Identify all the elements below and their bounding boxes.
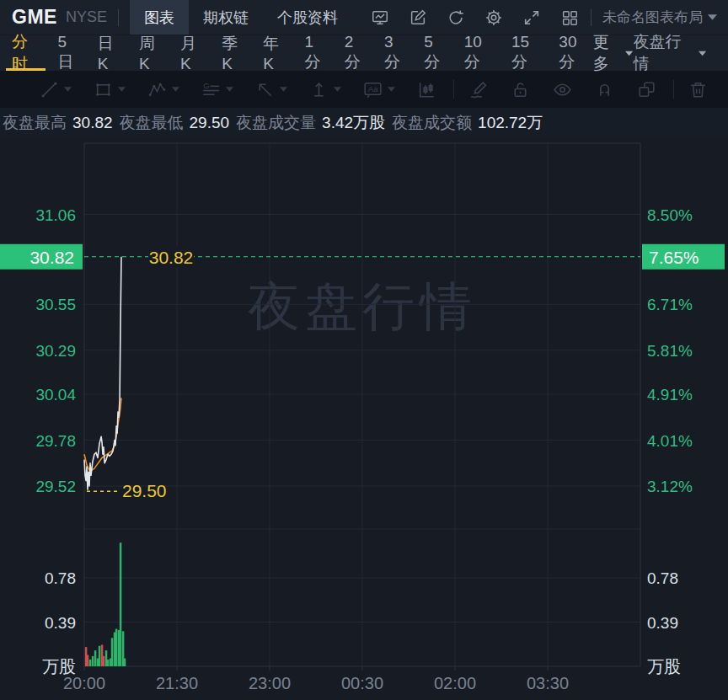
volume-bar (103, 656, 105, 666)
stat-low-label: 夜盘最低 (120, 112, 184, 134)
exchange-label: NYSE (66, 8, 107, 26)
chevron-down-icon (699, 51, 706, 56)
volume-axis-label-left: 0.78 (45, 569, 76, 587)
layout-grid-icon[interactable] (559, 8, 580, 28)
chart-layout-name: 未命名图表布局 (602, 8, 703, 27)
volume-bar (120, 542, 122, 666)
top-nav-bar: GME NYSE 图表 期权链 个股资料 (0, 0, 728, 35)
stat-turnover-value: 102.72万 (478, 112, 543, 134)
timeframe-more-dropdown[interactable]: 更多 (593, 31, 634, 75)
percent-axis-label: 4.91% (647, 386, 693, 403)
current-price-badge-text: 30.82 (29, 248, 74, 267)
unlock-icon[interactable] (510, 79, 531, 100)
chart-monitor-icon[interactable] (370, 8, 390, 28)
visibility-eye-icon[interactable] (552, 79, 573, 100)
night-session-chart[interactable]: 夜盘行情20:0021:3023:0000:3002:0003:3031.068… (0, 137, 728, 700)
volume-bar (124, 659, 126, 666)
wave-pattern-tool[interactable] (147, 79, 179, 100)
high-price-label: 30.82 (149, 248, 194, 267)
volume-bar (89, 660, 92, 666)
price-axis-label: 30.55 (35, 296, 76, 313)
timeframe-15m[interactable]: 15分 (502, 35, 549, 71)
trading-app: GME NYSE 图表 期权链 个股资料 (0, 0, 728, 700)
stat-low-value: 29.50 (190, 114, 230, 132)
refresh-icon[interactable] (446, 8, 466, 28)
x-axis-time-label: 03:30 (527, 674, 569, 692)
settings-gear-icon[interactable] (484, 8, 504, 28)
price-axis-label: 30.04 (35, 386, 76, 403)
volume-unit-left: 万股 (42, 657, 76, 676)
volume-bar (87, 655, 89, 666)
volume-unit-right: 万股 (647, 657, 681, 676)
session-stats-bar: 夜盘最高 30.82 夜盘最低 29.50 夜盘成交量 3.42万股 夜盘成交额… (0, 108, 728, 137)
text-annotation-tool[interactable]: Aa (362, 79, 395, 100)
drawing-toolbar: G Aa (0, 71, 728, 108)
x-axis-time-label: 23:00 (249, 674, 291, 692)
chevron-down-icon (625, 51, 633, 56)
chevron-down-icon (708, 14, 717, 20)
divider (591, 9, 592, 26)
tab-chart[interactable]: 图表 (130, 0, 189, 35)
volume-bar (111, 638, 114, 666)
timeframe-10m[interactable]: 10分 (455, 35, 502, 71)
timeframe-quarterly[interactable]: 季K (212, 35, 254, 71)
timeframe-weekly[interactable]: 周K (130, 35, 171, 71)
volume-bar (107, 660, 110, 666)
trash-icon[interactable] (688, 79, 709, 100)
tab-stock-info[interactable]: 个股资料 (263, 0, 352, 35)
divider (673, 80, 674, 99)
brush-tool[interactable] (468, 79, 489, 100)
x-axis-time-label: 00:30 (341, 674, 383, 692)
svg-text:G: G (203, 82, 209, 90)
price-axis-label: 29.52 (35, 478, 76, 495)
chevron-down-icon (280, 87, 287, 92)
timeframe-monthly[interactable]: 月K (171, 35, 212, 71)
timeframe-bar: 分时 5日 日K 周K 月K 季K 年K 1分 2分 3分 5分 10分 15分… (0, 35, 728, 71)
timeframe-5d[interactable]: 5日 (49, 35, 88, 71)
timeframe-2m[interactable]: 2分 (335, 35, 375, 71)
stat-volume-label: 夜盘成交量 (236, 112, 316, 134)
tab-option-chain[interactable]: 期权链 (189, 0, 263, 35)
magnet-icon[interactable] (594, 79, 615, 100)
chevron-down-icon (334, 87, 341, 92)
percent-axis-label: 8.50% (647, 206, 693, 224)
stat-volume-value: 3.42万股 (322, 112, 385, 134)
chevron-down-icon (172, 87, 179, 92)
chevron-down-icon (226, 87, 233, 92)
timeframe-1m[interactable]: 1分 (295, 35, 335, 71)
x-axis-time-label: 20:00 (63, 674, 105, 692)
timeframe-minute-line[interactable]: 分时 (3, 35, 49, 71)
percent-axis-label: 4.01% (647, 432, 693, 450)
percent-axis-label: 6.71% (647, 296, 693, 313)
duplicate-icon[interactable] (636, 79, 657, 100)
timeframe-3m[interactable]: 3分 (375, 35, 415, 71)
timeframe-30m[interactable]: 30分 (549, 35, 597, 71)
top-icon-bar (370, 8, 580, 28)
volume-bar (99, 646, 101, 666)
chevron-down-icon (388, 87, 395, 92)
chart-canvas[interactable]: 夜盘行情20:0021:3023:0000:3002:0003:3031.068… (0, 137, 728, 700)
fullscreen-icon[interactable] (522, 8, 542, 28)
measure-tool[interactable] (308, 79, 341, 100)
timeframe-5m[interactable]: 5分 (415, 35, 454, 71)
timeframe-yearly[interactable]: 年K (254, 35, 295, 71)
percent-axis-label: 5.81% (647, 342, 693, 360)
volume-bar (92, 656, 94, 666)
candle-pattern-tool[interactable] (416, 79, 437, 100)
edit-icon[interactable] (408, 8, 428, 28)
volume-bar (115, 629, 118, 666)
gann-lines-tool[interactable]: G (201, 79, 233, 100)
current-percent-badge-text: 7.65% (649, 248, 699, 267)
volume-axis-label-left: 0.39 (45, 614, 76, 632)
shape-tool[interactable] (93, 79, 126, 100)
low-price-label: 29.50 (122, 481, 167, 500)
trend-line-tool[interactable] (39, 79, 72, 100)
x-axis-time-label: 21:30 (156, 674, 198, 692)
chart-layout-selector[interactable]: 未命名图表布局 (602, 8, 728, 27)
stat-high-label: 夜盘最高 (3, 112, 67, 134)
symbol-label: GME (12, 6, 57, 29)
session-selector[interactable]: 夜盘行情 (634, 31, 728, 75)
arrow-tool[interactable] (254, 79, 287, 100)
timeframe-daily[interactable]: 日K (88, 35, 130, 71)
price-axis-label: 29.78 (35, 432, 76, 450)
